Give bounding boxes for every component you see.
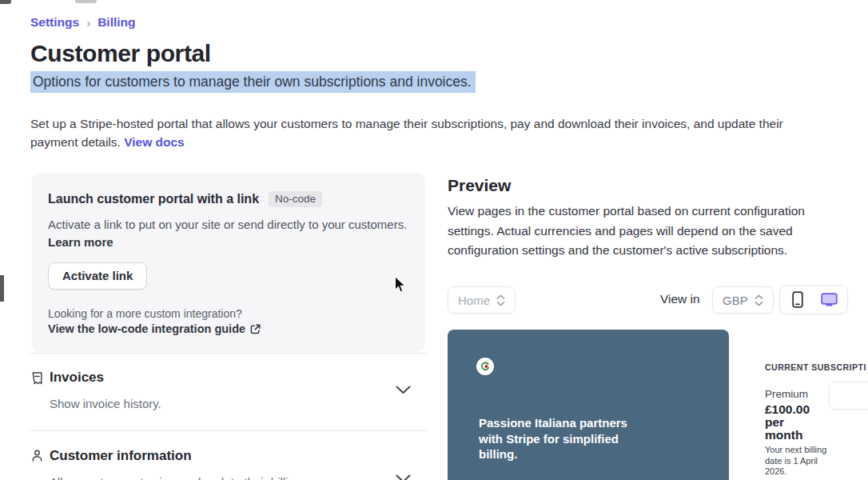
activate-link-button[interactable]: Activate link	[48, 262, 147, 290]
plan-price: £100.00 per month	[765, 403, 818, 442]
left-edge-artifact	[0, 275, 4, 302]
preview-title: Preview	[448, 176, 511, 195]
currency-select-value: GBP	[723, 294, 748, 307]
launch-card-body-text: Activate a link to put on your site or s…	[48, 218, 407, 231]
section-desc-customer-information: Allow customers to view and update their…	[50, 475, 301, 480]
preview-description: View pages in the customer portal based …	[448, 202, 814, 261]
view-docs-link[interactable]: View docs	[124, 135, 185, 149]
integration-guide-link-label: View the low-code integration guide	[48, 322, 245, 335]
launch-card-body: Activate a link to put on your site or s…	[48, 216, 409, 250]
chevron-down-icon[interactable]	[396, 383, 411, 398]
subscription-action-button[interactable]	[829, 382, 868, 410]
mobile-icon[interactable]	[784, 288, 811, 312]
portal-brand-message: Passione Italiana partners with Stripe f…	[479, 415, 632, 462]
custom-integration-question: Looking for a more custom integration?	[48, 307, 409, 320]
external-link-icon	[250, 324, 261, 334]
breadcrumb-billing[interactable]: Billing	[98, 15, 135, 30]
screen-edge-artifact	[75, 0, 97, 3]
currency-select[interactable]: GBP	[712, 286, 774, 314]
launch-card-title: Launch customer portal with a link	[48, 192, 259, 206]
screen-edge-artifact	[0, 0, 11, 4]
page-description: Set up a Stripe-hosted portal that allow…	[30, 114, 826, 151]
section-divider	[30, 353, 426, 354]
breadcrumb: Settings › Billing	[30, 15, 136, 30]
chevron-down-icon[interactable]	[396, 472, 411, 480]
section-title-invoices: Invoices	[50, 370, 104, 386]
select-chevrons-icon	[755, 294, 763, 306]
section-desc-invoices: Show invoice history.	[50, 397, 161, 410]
page-title: Customer portal	[30, 40, 211, 67]
no-code-badge: No-code	[269, 191, 322, 207]
section-title-customer-information: Customer information	[50, 448, 192, 464]
portal-preview-panel: Passione Italiana partners with Stripe f…	[448, 330, 729, 480]
device-toggle	[779, 285, 848, 314]
brand-logo	[476, 358, 494, 375]
brand-emblem-icon	[480, 362, 490, 371]
page-subtitle: Options for customers to manage their ow…	[30, 74, 476, 90]
selected-text: Options for customers to manage their ow…	[30, 71, 476, 93]
breadcrumb-separator-icon: ›	[86, 16, 90, 30]
page-select[interactable]: Home	[448, 286, 516, 314]
section-divider	[30, 430, 426, 431]
desktop-icon[interactable]	[816, 288, 843, 312]
billing-note: Your next billing date is 1 April 2026.	[765, 445, 829, 478]
launch-portal-card: Launch customer portal with a link No-co…	[32, 173, 425, 352]
integration-guide-link[interactable]: View the low-code integration guide	[48, 322, 409, 335]
page-select-value: Home	[458, 294, 490, 307]
learn-more-link[interactable]: Learn more	[48, 235, 113, 249]
breadcrumb-settings[interactable]: Settings	[30, 15, 79, 30]
current-subscription-label: CURRENT SUBSCRIPTI	[765, 362, 866, 372]
plan-name: Premium	[765, 388, 808, 400]
receipt-icon	[30, 371, 45, 386]
select-chevrons-icon	[496, 294, 505, 306]
view-in-label: View in	[660, 292, 700, 306]
person-icon	[30, 449, 45, 463]
